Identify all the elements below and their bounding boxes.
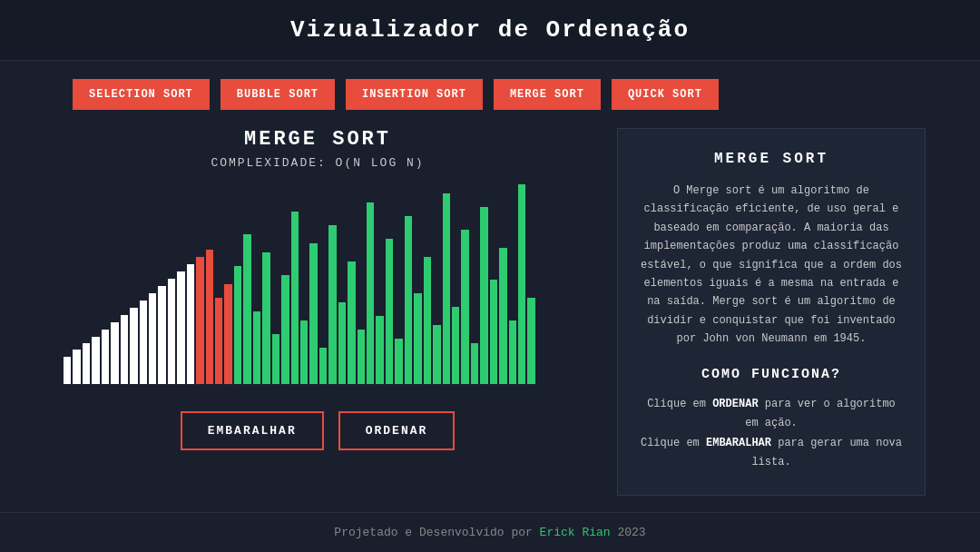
info-panel: MERGE SORT O Merge sort é um algoritmo d… bbox=[617, 128, 926, 496]
bar bbox=[243, 234, 250, 384]
bar bbox=[234, 266, 241, 384]
footer-text-post: 2023 bbox=[611, 526, 646, 539]
how-instructions: Clique em ORDENAR para ver o algoritmo e… bbox=[640, 395, 903, 473]
info-description: O Merge sort é um algoritmo de classific… bbox=[640, 182, 903, 349]
bar bbox=[395, 339, 402, 384]
bar bbox=[414, 293, 421, 384]
bar bbox=[102, 330, 109, 384]
bar bbox=[130, 308, 137, 384]
bar bbox=[262, 252, 270, 384]
bar bbox=[140, 301, 147, 384]
how-line1-bold: ORDENAR bbox=[712, 398, 758, 410]
app-footer: Projetado e Desenvolvido por Erick Rian … bbox=[0, 512, 980, 552]
bar bbox=[328, 225, 336, 384]
bar bbox=[443, 193, 450, 384]
bar bbox=[121, 315, 128, 384]
bar bbox=[281, 275, 289, 384]
bar bbox=[348, 261, 355, 384]
bar bbox=[83, 343, 90, 384]
bar bbox=[291, 212, 299, 384]
bar bbox=[518, 184, 525, 384]
nav-btn-selection-sort[interactable]: SELECTION SORT bbox=[73, 79, 210, 110]
bar bbox=[471, 343, 478, 384]
bar bbox=[158, 286, 165, 384]
nav-btn-bubble-sort[interactable]: BUBBLE SORT bbox=[220, 79, 335, 110]
bar bbox=[358, 330, 365, 384]
shuffle-button[interactable]: EMBARALHAR bbox=[181, 411, 324, 450]
app-title: Vizualizador de Ordenação bbox=[0, 16, 980, 44]
bar bbox=[215, 298, 222, 384]
bar bbox=[433, 325, 440, 384]
bar bbox=[272, 334, 279, 384]
main-content: MERGE SORT COMPLEXIDADE: O(N LOG N) EMBA… bbox=[0, 128, 980, 496]
bar bbox=[111, 322, 118, 384]
bar bbox=[309, 243, 317, 384]
bar bbox=[149, 293, 156, 384]
how-title: COMO FUNCIONA? bbox=[640, 367, 903, 382]
bar bbox=[386, 239, 393, 384]
bar bbox=[461, 230, 468, 384]
nav-btn-quick-sort[interactable]: QUICK SORT bbox=[612, 79, 719, 110]
bar bbox=[405, 216, 412, 384]
bar bbox=[196, 257, 203, 384]
bar bbox=[509, 320, 516, 384]
bar bbox=[64, 357, 71, 384]
bars-visualization bbox=[54, 184, 544, 384]
how-line2-bold: EMBARALHAR bbox=[706, 437, 771, 449]
bar bbox=[224, 284, 231, 384]
complexity-label: COMPLEXIDADE: O(N LOG N) bbox=[54, 156, 581, 170]
bar bbox=[367, 202, 374, 384]
action-buttons: EMBARALHAR ORDENAR bbox=[54, 411, 581, 450]
footer-author: Erick Rian bbox=[540, 526, 611, 539]
bar bbox=[480, 207, 487, 384]
bar bbox=[452, 307, 459, 384]
bar bbox=[424, 257, 431, 384]
nav-btn-insertion-sort[interactable]: INSERTION SORT bbox=[346, 79, 483, 110]
how-line1-pre: Clique em bbox=[647, 398, 712, 410]
app-header: Vizualizador de Ordenação bbox=[0, 0, 980, 61]
algorithm-title: MERGE SORT bbox=[54, 128, 581, 151]
bar bbox=[300, 320, 308, 384]
how-line2-post: para gerar uma nova lista. bbox=[751, 437, 902, 469]
left-panel: MERGE SORT COMPLEXIDADE: O(N LOG N) EMBA… bbox=[54, 128, 581, 496]
nav-btn-merge-sort[interactable]: MERGE SORT bbox=[494, 79, 601, 110]
bar bbox=[177, 271, 184, 384]
bar bbox=[376, 316, 383, 384]
bar bbox=[92, 337, 99, 384]
bar bbox=[338, 302, 346, 384]
bar bbox=[527, 298, 534, 384]
bar bbox=[73, 350, 80, 384]
algorithm-nav: SELECTION SORT BUBBLE SORT INSERTION SOR… bbox=[0, 61, 980, 128]
sort-button[interactable]: ORDENAR bbox=[338, 411, 456, 450]
how-line1-post: para ver o algoritmo em ação. bbox=[745, 398, 896, 430]
how-line2-pre: Clique em bbox=[641, 437, 706, 449]
bar bbox=[168, 279, 175, 384]
footer-text-pre: Projetado e Desenvolvido por bbox=[334, 526, 539, 539]
bar bbox=[206, 250, 213, 384]
info-title: MERGE SORT bbox=[640, 151, 903, 167]
bar bbox=[187, 264, 194, 384]
bar bbox=[499, 248, 506, 384]
bar bbox=[490, 280, 497, 384]
bar bbox=[319, 348, 327, 384]
bar bbox=[253, 311, 260, 384]
